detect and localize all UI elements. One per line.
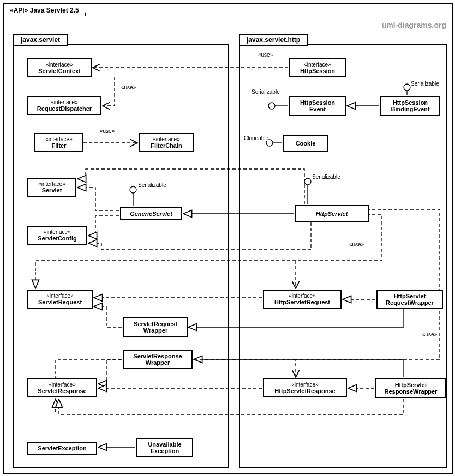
name: ServletContext: [32, 68, 87, 74]
stereo: «interface»: [294, 62, 342, 68]
diagram-canvas: «API» Java Servlet 2.5 uml-diagrams.org …: [0, 0, 455, 476]
frame-title: Java Servlet 2.5: [30, 7, 79, 14]
name2: Event: [294, 106, 342, 112]
stereo: «interface»: [267, 382, 343, 388]
stereo: «interface»: [267, 293, 337, 299]
class-HttpSessionBindingEvent: HttpSession BindingEvent: [380, 96, 440, 116]
name1: HttpSession: [294, 99, 342, 106]
name: HttpServletResponse: [267, 388, 343, 394]
stereo: «interface»: [32, 181, 72, 187]
name: ServletResponse: [32, 388, 93, 394]
package-left-tab: javax.servlet: [13, 34, 68, 46]
name: HttpSession: [294, 68, 342, 74]
class-RequestDispatcher: «interface» RequestDispatcher: [27, 96, 101, 115]
frame-stereo: «API»: [10, 7, 28, 14]
stereo: «interface»: [32, 62, 87, 68]
name1: HttpServlet: [381, 293, 439, 299]
stereo: «interface»: [32, 99, 97, 105]
class-HttpServletResponse: «interface» HttpServletResponse: [263, 378, 347, 397]
class-UnavailableException: Unavailable Exception: [136, 438, 193, 457]
name2: BindingEvent: [385, 106, 436, 112]
name: Servlet: [32, 187, 72, 194]
package-right-tab: javax.servlet.http: [239, 34, 308, 46]
name: GenericServlet: [124, 210, 178, 217]
label-serializable-3: Serializable: [411, 81, 439, 87]
label-use-4: «use»: [349, 242, 364, 248]
class-HttpSessionEvent: HttpSession Event: [289, 96, 346, 116]
class-Filter: «interface» Filter: [34, 133, 83, 152]
name: ServletException: [32, 445, 93, 451]
stereo: «interface»: [32, 229, 83, 235]
class-FilterChain: «interface» FilterChain: [139, 133, 194, 152]
class-Cookie: Cookie: [283, 135, 328, 152]
name2: ResponseWrapper: [380, 388, 442, 395]
name2: Wrapper: [127, 327, 184, 334]
name1: ServletRequest: [127, 321, 184, 327]
class-Servlet: «interface» Servlet: [27, 178, 76, 197]
name: Cookie: [287, 140, 324, 147]
stereo: «interface»: [32, 382, 93, 388]
name: HttpServlet: [299, 210, 364, 217]
name1: ServletResponse: [127, 353, 188, 359]
label-cloneable: Cloneable: [244, 135, 268, 141]
class-HttpServletRequest: «interface» HttpServletRequest: [263, 290, 342, 309]
label-serializable-2: Serializable: [252, 89, 280, 95]
stereo: «interface»: [32, 293, 88, 299]
class-ServletRequestWrapper: ServletRequest Wrapper: [123, 317, 188, 337]
class-ServletException: ServletException: [27, 442, 97, 455]
name: Filter: [39, 142, 79, 149]
stereo: «interface»: [39, 136, 79, 142]
label-serializable-1: Serializable: [138, 182, 166, 188]
class-ServletContext: «interface» ServletContext: [27, 58, 92, 77]
name: FilterChain: [143, 142, 190, 149]
watermark: uml-diagrams.org: [382, 21, 446, 29]
stereo: «interface»: [143, 136, 190, 142]
frame-tab: «API» Java Servlet 2.5: [3, 3, 86, 16]
class-HttpServletRequestWrapper: HttpServlet RequestWrapper: [376, 290, 443, 309]
class-HttpServletResponseWrapper: HttpServlet ResponseWrapper: [375, 378, 446, 398]
name1: Unavailable: [141, 441, 189, 448]
label-use-1: «use»: [258, 52, 273, 58]
class-HttpSession: «interface» HttpSession: [289, 58, 346, 77]
label-use-2: «use»: [121, 85, 136, 91]
label-use-3: «use»: [100, 128, 115, 134]
class-ServletResponse: «interface» ServletResponse: [27, 378, 97, 397]
name2: Wrapper: [127, 359, 188, 366]
name2: Exception: [141, 448, 189, 454]
name: ServletRequest: [32, 299, 88, 305]
class-ServletRequest: «interface» ServletRequest: [27, 290, 93, 309]
name: RequestDispatcher: [32, 105, 97, 112]
name1: HttpServlet: [380, 382, 442, 388]
class-GenericServlet: GenericServlet: [120, 207, 182, 220]
name: ServletConfig: [32, 235, 83, 242]
name: HttpServletRequest: [267, 299, 337, 305]
name2: RequestWrapper: [381, 299, 439, 306]
label-use-5: «use»: [422, 332, 437, 338]
label-serializable-4: Serializable: [312, 174, 340, 180]
class-ServletResponseWrapper: ServletResponse Wrapper: [123, 350, 193, 369]
class-HttpServlet: HttpServlet: [295, 205, 369, 222]
name1: HttpSession: [385, 99, 436, 106]
class-ServletConfig: «interface» ServletConfig: [27, 226, 87, 245]
